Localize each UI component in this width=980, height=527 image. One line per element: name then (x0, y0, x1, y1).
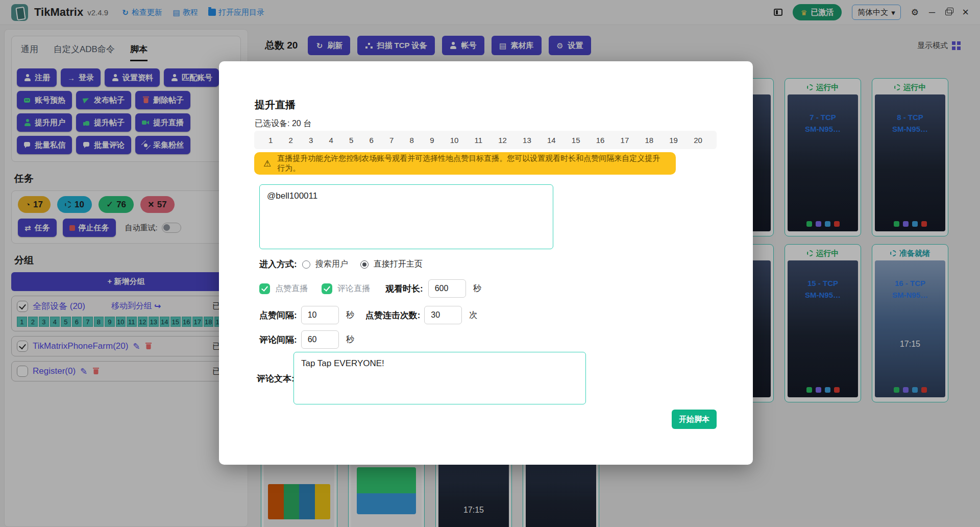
comment-live-label: 评论直播 (337, 283, 370, 294)
warning-text: 直播提升功能允许您控制农场账号观看并可选择性地点赞目标直播。您可以设置观看时长和… (277, 154, 667, 173)
like-combo-label: 点赞连击次数: (365, 309, 421, 321)
entry-method-row: 进入方式: 搜索用户 直接打开主页 (259, 258, 423, 270)
comment-text-input[interactable]: Tap Tap EVERYONE! (293, 352, 586, 404)
selected-device-numbers: 1234567891011121314151617181920 (254, 131, 717, 149)
selected-devices-label: 已选设备: 20 台 (255, 118, 311, 129)
comment-interval-row: 评论间隔: 秒 (259, 330, 354, 349)
watch-duration-input[interactable] (428, 279, 466, 298)
like-interval-label: 点赞间隔: (259, 309, 297, 321)
device-number: 13 (523, 136, 531, 145)
warning-banner: 直播提升功能允许您控制农场账号观看并可选择性地点赞目标直播。您可以设置观看时长和… (254, 152, 676, 175)
start-script-button[interactable]: 开始脚本 (672, 410, 717, 429)
device-number: 16 (596, 136, 605, 145)
warning-icon (263, 159, 271, 168)
entry-method-label: 进入方式: (259, 258, 297, 270)
device-number: 5 (349, 136, 353, 145)
target-username-input[interactable]: @bell100011 (259, 184, 553, 249)
like-live-label: 点赞直播 (275, 283, 308, 294)
like-combo-unit: 次 (469, 310, 477, 321)
watch-options-row: 点赞直播 评论直播 观看时长: 秒 (259, 279, 481, 298)
device-number: 1 (268, 136, 273, 145)
comment-interval-label: 评论间隔: (259, 334, 297, 346)
device-number: 2 (289, 136, 293, 145)
device-number: 6 (370, 136, 374, 145)
like-interval-unit: 秒 (346, 310, 354, 321)
device-number: 19 (669, 136, 678, 145)
like-interval-row: 点赞间隔: 秒 点赞连击次数: 次 (259, 306, 477, 324)
app-window: TikMatrix v2.4.9 检查更新 教程 打开应用目录 (0, 0, 980, 527)
watch-duration-label: 观看时长: (385, 283, 423, 295)
device-number: 12 (498, 136, 507, 145)
like-live-checkbox[interactable] (259, 283, 270, 294)
device-number: 10 (450, 136, 459, 145)
radio-search-user-label: 搜索用户 (315, 259, 348, 270)
device-number: 14 (547, 136, 556, 145)
comment-live-checkbox[interactable] (322, 283, 332, 294)
device-number: 4 (329, 136, 333, 145)
dialog-title: 提升直播 (255, 98, 296, 112)
device-number: 3 (309, 136, 313, 145)
device-number: 20 (694, 136, 702, 145)
device-number: 17 (621, 136, 629, 145)
boost-live-dialog: 提升直播 已选设备: 20 台 123456789101112131415161… (219, 61, 753, 465)
radio-open-homepage-label: 直接打开主页 (374, 259, 423, 270)
comment-interval-unit: 秒 (346, 334, 354, 345)
radio-search-user[interactable] (302, 260, 310, 269)
comment-interval-input[interactable] (301, 330, 339, 349)
comment-text-label: 评论文本: (257, 373, 295, 385)
device-number: 18 (645, 136, 653, 145)
device-number: 9 (430, 136, 434, 145)
radio-open-homepage[interactable] (360, 260, 369, 269)
device-number: 11 (475, 136, 483, 145)
watch-duration-unit: 秒 (473, 283, 481, 294)
device-number: 15 (572, 136, 580, 145)
device-number: 8 (410, 136, 414, 145)
like-interval-input[interactable] (301, 306, 339, 324)
like-combo-input[interactable] (424, 306, 462, 324)
device-number: 7 (389, 136, 394, 145)
